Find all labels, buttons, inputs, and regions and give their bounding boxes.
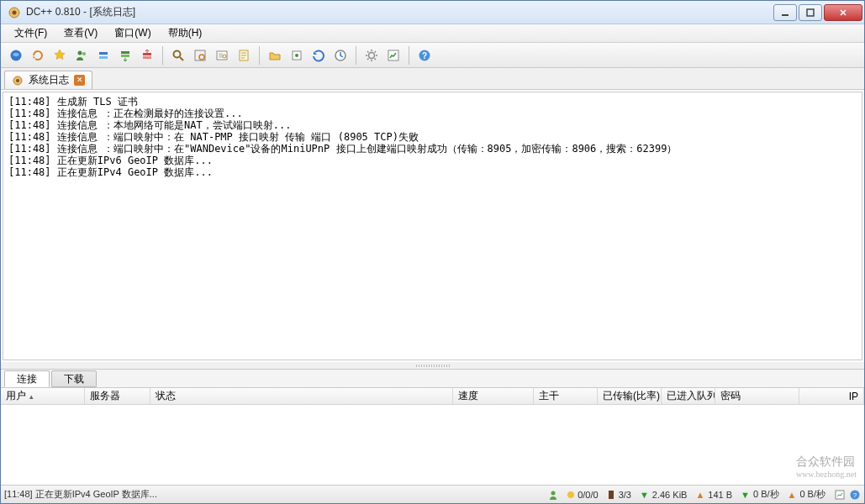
log-line: [11:48] 连接信息 ：端口映射中：在"WANDevice"设备的MiniU… [8, 143, 857, 155]
search-icon[interactable] [168, 45, 188, 66]
toolbar: ? [1, 43, 864, 68]
menu-view[interactable]: 查看(V) [55, 24, 106, 42]
log-line: [11:48] 正在更新IPv4 GeoIP 数据库... [8, 166, 857, 178]
favorites-icon[interactable] [50, 45, 70, 66]
settings-icon[interactable] [361, 45, 382, 66]
status-slots: 0/0/0 [567, 490, 598, 500]
status-upspeed: ▲0 B/秒 [788, 488, 825, 501]
svg-rect-10 [121, 55, 129, 57]
status-downspeed: ▼0 B/秒 [741, 488, 778, 501]
app-icon [8, 6, 21, 19]
transfer-tabs: 连接 下载 [1, 370, 864, 388]
svg-rect-29 [609, 491, 614, 499]
reconnect-icon[interactable] [28, 45, 48, 66]
svg-rect-8 [99, 56, 108, 59]
maximize-button[interactable] [799, 4, 822, 21]
col-trunk[interactable]: 主干 [534, 388, 598, 404]
tab-system-log[interactable]: 系统日志 ✕ [4, 71, 92, 89]
transfer-list[interactable] [1, 405, 864, 485]
toolbar-separator [409, 46, 409, 65]
notepad-icon[interactable] [234, 45, 254, 66]
close-button[interactable] [824, 4, 862, 21]
svg-point-22 [369, 52, 375, 58]
home-icon[interactable] [6, 45, 26, 66]
titlebar: DC++ 0.810 - [系统日志] [1, 1, 864, 24]
svg-rect-11 [143, 53, 151, 55]
col-ip[interactable]: IP [799, 388, 864, 404]
log-area[interactable]: [11:48] 生成新 TLS 证书[11:48] 连接信息 ：正在检测最好的连… [3, 92, 862, 360]
tab-close-icon[interactable]: ✕ [74, 75, 85, 86]
refresh-icon[interactable] [309, 45, 329, 66]
help-icon[interactable]: ? [414, 45, 435, 66]
log-line: [11:48] 连接信息 ：本地网络可能是NAT，尝试端口映射... [8, 119, 857, 131]
col-server[interactable]: 服务器 [85, 388, 150, 404]
svg-point-6 [82, 52, 86, 55]
toolbar-separator [356, 46, 356, 65]
statusbar: [11:48] 正在更新IPv4 GeoIP 数据库... 0/0/0 3/3 … [1, 485, 864, 503]
col-status[interactable]: 状态 [150, 388, 453, 404]
svg-point-28 [551, 491, 556, 495]
menu-help[interactable]: 帮助(H) [160, 24, 211, 42]
status-downloaded: ▼2.46 KiB [640, 490, 687, 500]
svg-point-27 [16, 79, 19, 82]
tab-connections[interactable]: 连接 [4, 370, 50, 387]
status-hubs: 3/3 [607, 490, 631, 500]
own-list-icon[interactable] [287, 45, 307, 66]
recent-icon[interactable] [330, 45, 351, 66]
window-title: DC++ 0.810 - [系统日志] [26, 5, 772, 19]
svg-point-1 [13, 10, 17, 14]
spy-icon[interactable] [212, 45, 232, 66]
log-line: [11:48] 连接信息 ：端口映射中：在 NAT-PMP 接口映射 传输 端口… [8, 131, 857, 143]
minimize-button[interactable] [773, 4, 797, 21]
app-window: DC++ 0.810 - [系统日志] 文件(F) 查看(V) 窗口(W) 帮助… [0, 0, 865, 504]
menu-file[interactable]: 文件(F) [6, 24, 55, 42]
status-uploaded: ▲141 B [695, 490, 732, 500]
log-line: [11:48] 正在更新IPv6 GeoIP 数据库... [8, 155, 857, 166]
tab-downloads[interactable]: 下载 [51, 370, 97, 387]
col-transferred[interactable]: 已传输(比率) [598, 388, 662, 404]
col-queued[interactable]: 已进入队列 [662, 388, 715, 404]
stats-icon[interactable] [383, 45, 403, 66]
col-user[interactable]: 用户 [1, 388, 85, 404]
status-away[interactable] [547, 489, 559, 501]
transfers-panel: 连接 下载 用户 服务器 状态 速度 主干 已传输(比率) 已进入队列 密码 I… [1, 369, 864, 485]
menubar: 文件(F) 查看(V) 窗口(W) 帮助(H) [1, 24, 864, 43]
status-icons: ? [834, 489, 861, 501]
svg-text:?: ? [422, 51, 427, 60]
adl-search-icon[interactable] [190, 45, 210, 66]
svg-point-5 [78, 50, 82, 55]
col-cipher[interactable]: 密码 [715, 388, 799, 404]
svg-text:?: ? [853, 491, 857, 499]
log-line: [11:48] 生成新 TLS 证书 [8, 96, 857, 108]
finished-ul-icon[interactable] [137, 45, 157, 66]
svg-rect-12 [143, 56, 151, 59]
svg-rect-2 [782, 14, 789, 16]
svg-point-20 [295, 54, 298, 57]
log-line: [11:48] 连接信息 ：正在检测最好的连接设置... [8, 108, 857, 119]
users-icon[interactable] [71, 45, 92, 66]
toolbar-separator [259, 46, 260, 65]
transfer-columns: 用户 服务器 状态 速度 主干 已传输(比率) 已进入队列 密码 IP [1, 388, 864, 405]
svg-point-13 [174, 50, 181, 57]
toolbar-separator [162, 46, 163, 65]
status-message: [11:48] 正在更新IPv4 GeoIP 数据库... [4, 488, 539, 501]
document-tabbar: 系统日志 ✕ [1, 68, 864, 90]
tab-icon [12, 75, 24, 87]
window-controls [772, 4, 862, 21]
open-list-icon[interactable] [265, 45, 285, 66]
queue-icon[interactable] [93, 45, 113, 66]
finished-dl-icon[interactable] [115, 45, 135, 66]
menu-window[interactable]: 窗口(W) [106, 24, 159, 42]
tab-label: 系统日志 [29, 73, 69, 87]
svg-rect-7 [99, 52, 108, 55]
svg-rect-3 [807, 9, 814, 16]
svg-rect-9 [121, 51, 129, 54]
splitter-grip[interactable] [1, 362, 864, 369]
col-speed[interactable]: 速度 [453, 388, 534, 404]
